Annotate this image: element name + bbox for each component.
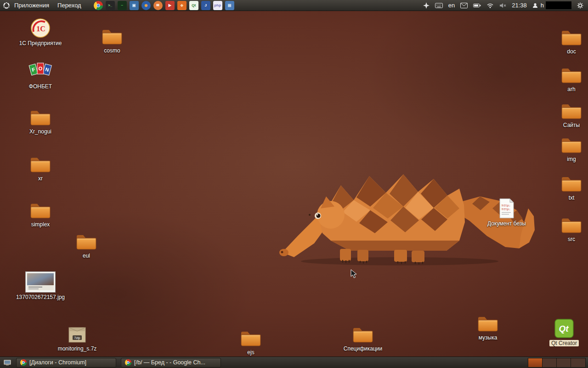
- desktop-icon-label: Qt Creator: [549, 340, 579, 346]
- desktop-icon-specifikacii[interactable]: Спецификации: [338, 322, 388, 352]
- volume-muted-icon[interactable]: [499, 3, 506, 8]
- desktop-icon-label: simplex: [31, 221, 50, 228]
- desktop-icon-label: 1370702672157.jpg: [16, 294, 65, 300]
- svg-text:Qt: Qt: [559, 324, 569, 334]
- folder-icon: [561, 98, 582, 121]
- desktop-icon-arh[interactable]: arh: [546, 63, 588, 92]
- mail-client-launcher-icon[interactable]: ✉: [153, 1, 163, 10]
- chromium-launcher-icon[interactable]: [94, 1, 103, 10]
- workspace-1[interactable]: [528, 358, 543, 367]
- web-browser-launcher-icon[interactable]: ◉: [141, 1, 151, 10]
- battery-icon[interactable]: [473, 3, 481, 8]
- folder-icon: [30, 105, 51, 127]
- desktop-icon-label: Документ безы: [487, 220, 526, 227]
- desktop-icon-label: src: [568, 236, 575, 242]
- desktop-icon-label: arh: [567, 86, 575, 92]
- desktop-icon-eul[interactable]: eul: [61, 229, 112, 259]
- image-icon: [25, 270, 56, 293]
- svg-text:1С: 1С: [36, 25, 45, 33]
- desktop[interactable]: 1С1С ПредприятиеcosmoFNOФОНБЕТXr_noguixr…: [0, 0, 588, 368]
- media-player-launcher-icon[interactable]: ▶: [165, 1, 175, 10]
- package-manager-launcher-icon[interactable]: ▣: [130, 1, 139, 10]
- desktop-icon-simplex[interactable]: simplex: [15, 198, 66, 228]
- svg-text:7zip: 7zip: [74, 336, 80, 340]
- sync-star-icon[interactable]: [423, 2, 430, 9]
- username-visible[interactable]: h: [541, 2, 544, 9]
- app-qtcreator-icon: Qt: [554, 316, 574, 339]
- svg-text:http:: http:: [502, 204, 511, 207]
- system-monitor-launcher-icon[interactable]: ~: [118, 1, 127, 10]
- show-desktop-button[interactable]: [2, 360, 12, 366]
- qt-assistant-launcher-icon[interactable]: Qt: [189, 1, 198, 10]
- mail-icon[interactable]: [460, 3, 468, 8]
- taskbar-window-chromium-dialogi[interactable]: [Диалоги - Chromium]: [16, 358, 116, 368]
- app-fonbet-icon: FNO: [28, 60, 52, 82]
- software-center-launcher-icon[interactable]: ◆: [177, 1, 187, 10]
- svg-text:O: O: [39, 66, 43, 71]
- desktop-icon-label: img: [567, 156, 576, 162]
- desktop-icon-qt-creator[interactable]: QtQt Creator: [539, 316, 588, 346]
- desktop-icon-dokument-bezy[interactable]: http:http:Документ безы: [481, 197, 532, 227]
- desktop-icon-txt[interactable]: txt: [546, 171, 588, 201]
- desktop-icon-sajty[interactable]: Сайты: [546, 98, 588, 128]
- virtual-machine-launcher-icon[interactable]: ▤: [225, 1, 234, 10]
- workspace-4[interactable]: [571, 358, 585, 367]
- taskbar-window-title: [/b/ — Бред - - Google Ch...: [134, 359, 205, 366]
- window-list: [Диалоги - Chromium][/b/ — Бред - - Goog…: [16, 358, 221, 368]
- archive-7z-icon: 7zip: [66, 322, 88, 344]
- desktop-icon-photo-1370702672157[interactable]: 1370702672157.jpg: [15, 270, 66, 300]
- jdownloader-launcher-icon[interactable]: J: [201, 1, 210, 10]
- workspace-2[interactable]: [543, 358, 557, 367]
- clock[interactable]: 21:38: [512, 2, 527, 9]
- folder-icon: [352, 322, 373, 344]
- php-tool-launcher-icon[interactable]: php: [213, 1, 222, 10]
- workspace-switcher: [528, 358, 586, 368]
- keyboard-layout-indicator[interactable]: en: [448, 2, 455, 9]
- session-gear-icon[interactable]: [577, 2, 583, 9]
- folder-icon: [561, 25, 582, 47]
- desktop-icon-fonbet[interactable]: FNOФОНБЕТ: [15, 60, 66, 90]
- desktop-icon-xr[interactable]: xr: [15, 152, 66, 182]
- svg-text:http:: http:: [502, 207, 511, 211]
- folder-icon: [240, 326, 261, 348]
- desktop-icon-ejs[interactable]: ejs: [226, 326, 276, 356]
- desktop-icon-label: Xr_nogui: [29, 128, 51, 135]
- desktop-icon-label: Сайты: [563, 122, 580, 128]
- folder-icon: [561, 132, 582, 155]
- app-1c-icon: 1С: [30, 17, 51, 39]
- desktop-icon-src[interactable]: src: [546, 213, 588, 242]
- desktop-icon-label: ФОНБЕТ: [29, 83, 52, 90]
- desktop-icon-monitoring-s-7z[interactable]: 7zipmonitoring_s.7z: [52, 322, 102, 352]
- user-icon[interactable]: [532, 3, 538, 8]
- menu-applications[interactable]: Приложения: [10, 0, 53, 11]
- wifi-icon[interactable]: [486, 3, 494, 8]
- desktop-icon-label: monitoring_s.7z: [58, 345, 97, 352]
- system-tray: en: [423, 1, 585, 9]
- mouse-cursor: [351, 269, 357, 279]
- desktop-icon-1c-predpriyatie[interactable]: 1С1С Предприятие: [15, 17, 66, 46]
- folder-icon: [30, 152, 51, 174]
- desktop-icon-label: cosmo: [104, 47, 120, 54]
- folder-icon: [76, 229, 97, 251]
- ubuntu-logo-icon[interactable]: [3, 2, 10, 9]
- panel-launchers: >_~▣◉✉▶◆QtJphp▤: [94, 1, 234, 10]
- workspace-3[interactable]: [557, 358, 571, 367]
- taskbar-window-chromium-bred[interactable]: [/b/ — Бред - - Google Ch...: [121, 358, 221, 368]
- menu-places[interactable]: Переход: [53, 0, 85, 11]
- top-panel: Приложения Переход >_~▣◉✉▶◆QtJphp▤ en: [0, 0, 588, 11]
- text-doc-icon: http:http:: [498, 197, 515, 219]
- folder-icon: [102, 24, 123, 46]
- folder-icon: [561, 213, 582, 235]
- desktop-icon-label: Спецификации: [344, 345, 382, 352]
- chromium-icon: [20, 359, 27, 366]
- desktop-icon-img[interactable]: img: [546, 132, 588, 162]
- keyboard-icon[interactable]: [435, 3, 443, 8]
- folder-icon: [477, 311, 498, 333]
- desktop-icon-doc[interactable]: doc: [546, 25, 588, 55]
- desktop-icon-cosmo[interactable]: cosmo: [87, 24, 137, 54]
- terminal-launcher-icon[interactable]: >_: [106, 1, 115, 10]
- desktop-icon-label: eul: [83, 253, 90, 259]
- desktop-icon-muzyka[interactable]: музыка: [463, 311, 513, 341]
- bottom-panel: [Диалоги - Chromium][/b/ — Бред - - Goog…: [0, 356, 588, 368]
- desktop-icon-xr-nogui[interactable]: Xr_nogui: [15, 105, 66, 135]
